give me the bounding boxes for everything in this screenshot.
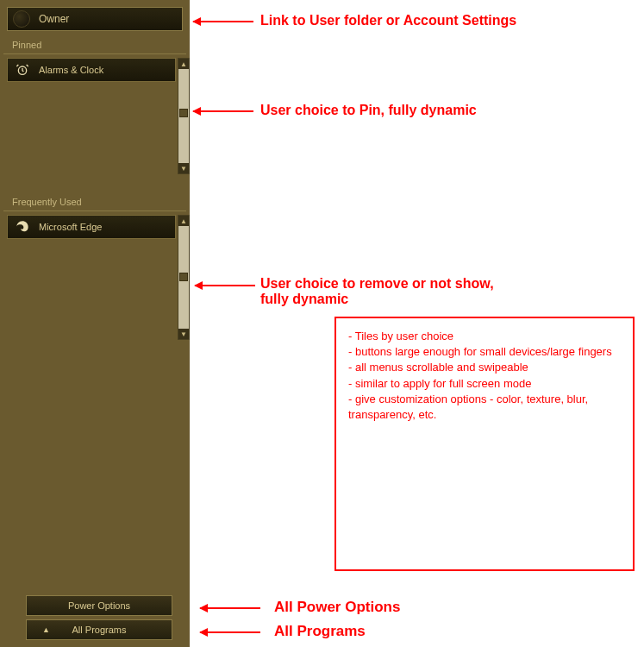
scroll-thumb[interactable] bbox=[179, 109, 188, 117]
alarm-clock-icon bbox=[15, 62, 30, 78]
scroll-up-icon[interactable]: ▲ bbox=[178, 59, 189, 69]
annotation-arrow bbox=[193, 21, 253, 22]
note-line: - similar to apply for full screen mode bbox=[348, 376, 621, 392]
note-line: - give customization options - color, te… bbox=[348, 392, 621, 423]
note-line: - buttons large enough for small devices… bbox=[348, 344, 621, 360]
frequent-list-body: Microsoft Edge bbox=[7, 215, 178, 340]
annotation-all-programs: All Programs bbox=[274, 623, 366, 640]
annotation-arrow bbox=[193, 110, 253, 112]
annotation-arrow bbox=[200, 607, 260, 609]
bottom-button-group: Power Options ▲ All Programs bbox=[26, 592, 172, 640]
note-line: - all menus scrollable and swipeable bbox=[348, 360, 621, 375]
user-account-tile[interactable]: Owner bbox=[7, 7, 183, 31]
pinned-item-alarms[interactable]: Alarms & Clock bbox=[7, 58, 176, 82]
all-programs-button[interactable]: ▲ All Programs bbox=[26, 619, 172, 640]
frequent-item-edge[interactable]: Microsoft Edge bbox=[7, 215, 176, 239]
scroll-track[interactable] bbox=[178, 69, 189, 163]
pinned-scrollbar[interactable]: ▲ ▼ bbox=[178, 58, 190, 174]
annotation-note-box: - Tiles by user choice - buttons large e… bbox=[335, 317, 635, 571]
note-line: - Tiles by user choice bbox=[348, 329, 621, 344]
annotation-arrow bbox=[200, 631, 260, 633]
frequent-item-label: Microsoft Edge bbox=[39, 222, 102, 232]
user-name-label: Owner bbox=[39, 13, 69, 25]
start-menu-panel: Owner Pinned Alarms & Clock ▲ ▼ Frequent… bbox=[0, 0, 190, 647]
pinned-item-label: Alarms & Clock bbox=[39, 65, 103, 75]
scroll-thumb[interactable] bbox=[179, 273, 188, 281]
frequent-scrollbar[interactable]: ▲ ▼ bbox=[178, 215, 190, 340]
annotation-user-link: Link to User folder or Account Settings bbox=[260, 13, 516, 28]
annotation-all-power: All Power Options bbox=[274, 599, 400, 616]
frequent-list: Microsoft Edge ▲ ▼ bbox=[7, 215, 190, 340]
scroll-track[interactable] bbox=[178, 226, 189, 329]
pinned-list: Alarms & Clock ▲ ▼ bbox=[7, 58, 190, 174]
pinned-section-label: Pinned bbox=[3, 35, 186, 54]
power-options-label: Power Options bbox=[68, 600, 130, 611]
chevron-up-icon: ▲ bbox=[42, 625, 50, 634]
all-programs-label: All Programs bbox=[72, 625, 127, 635]
annotation-remove-dynamic: User choice to remove or not show, fully… bbox=[260, 276, 494, 307]
annotation-arrow bbox=[195, 285, 255, 286]
scroll-up-icon[interactable]: ▲ bbox=[178, 216, 189, 226]
scroll-down-icon[interactable]: ▼ bbox=[178, 163, 189, 173]
avatar-icon bbox=[13, 10, 30, 28]
annotation-pin-dynamic: User choice to Pin, fully dynamic bbox=[260, 103, 477, 118]
edge-icon bbox=[15, 219, 30, 235]
scroll-down-icon[interactable]: ▼ bbox=[178, 329, 189, 339]
pinned-list-body: Alarms & Clock bbox=[7, 58, 178, 174]
power-options-button[interactable]: Power Options bbox=[26, 595, 172, 616]
frequent-section-label: Frequently Used bbox=[3, 192, 186, 211]
